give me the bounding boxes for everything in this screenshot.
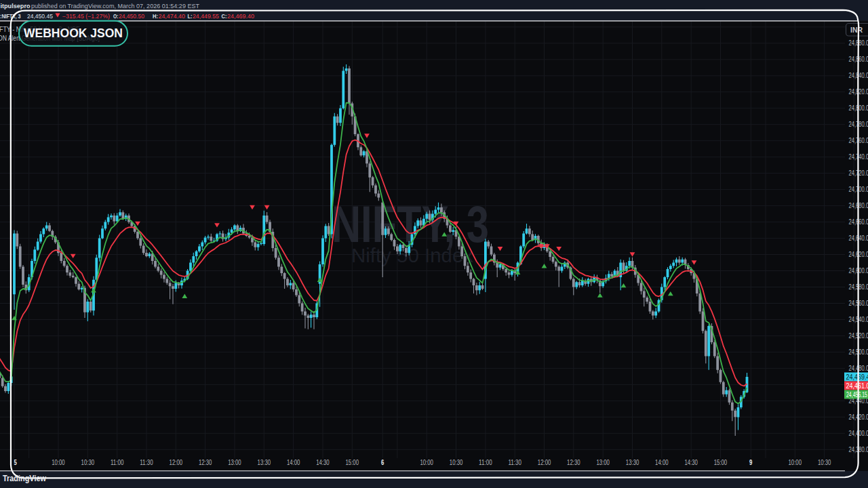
svg-text:14:30: 14:30 [684,458,698,466]
svg-text:9: 9 [749,458,752,466]
svg-text:L:: L: [188,13,193,20]
svg-text:15:00: 15:00 [714,458,728,466]
svg-text:10:30: 10:30 [818,458,831,466]
svg-text:14:30: 14:30 [316,458,330,466]
svg-text:12:30: 12:30 [567,458,580,466]
svg-text:13:00: 13:00 [596,458,610,466]
svg-text:24,474.40: 24,474.40 [159,13,186,20]
svg-text:13:30: 13:30 [626,458,639,466]
svg-text:10:30: 10:30 [81,458,95,466]
svg-text:11:00: 11:00 [479,458,492,466]
svg-text:12:00: 12:00 [538,458,551,466]
svg-text:10:00: 10:00 [420,458,433,466]
svg-text:WEBHOOK JSON: WEBHOOK JSON [24,26,123,40]
svg-text:6: 6 [381,458,384,466]
svg-text:−315.45 (−1.27%): −315.45 (−1.27%) [62,13,110,20]
svg-text:12:30: 12:30 [199,458,212,466]
svg-text:5: 5 [14,458,16,466]
svg-text:C:: C: [222,13,227,20]
svg-text:14:00: 14:00 [287,458,300,466]
svg-text:13:30: 13:30 [258,458,271,466]
svg-text:Nifty 50 Index: Nifty 50 Index [351,244,473,266]
svg-text:H:: H: [153,13,158,20]
svg-text:11:00: 11:00 [111,458,124,466]
svg-text:published on TradingView.com,: published on TradingView.com, March 07, … [31,3,199,9]
svg-text:15:00: 15:00 [346,458,359,466]
svg-text:24,469.40: 24,469.40 [227,13,254,20]
svg-text:10:30: 10:30 [450,458,463,466]
svg-text:24,469.40: 24,469.40 [846,373,868,381]
svg-text:24,456.15: 24,456.15 [846,391,867,399]
svg-text:itpulsepro: itpulsepro [1,3,31,9]
svg-text:14:00: 14:00 [655,458,669,466]
svg-text:12:00: 12:00 [170,458,183,466]
svg-text:11:30: 11:30 [508,458,521,466]
svg-text:10:00: 10:00 [789,458,802,466]
svg-text:24,449.55: 24,449.55 [193,13,219,20]
svg-text:11:30: 11:30 [140,458,153,466]
svg-text:TradingView: TradingView [3,473,46,483]
svg-text:O:: O: [113,13,119,20]
svg-text::NIFTY, 3: :NIFTY, 3 [0,13,21,20]
svg-text:10:00: 10:00 [52,458,65,466]
svg-text:INR: INR [850,26,863,34]
svg-text:24,450.45: 24,450.45 [27,13,53,20]
svg-text:24,461.00: 24,461.00 [846,382,868,390]
svg-text:24,450.50: 24,450.50 [119,13,144,20]
svg-text:13:00: 13:00 [228,458,241,466]
